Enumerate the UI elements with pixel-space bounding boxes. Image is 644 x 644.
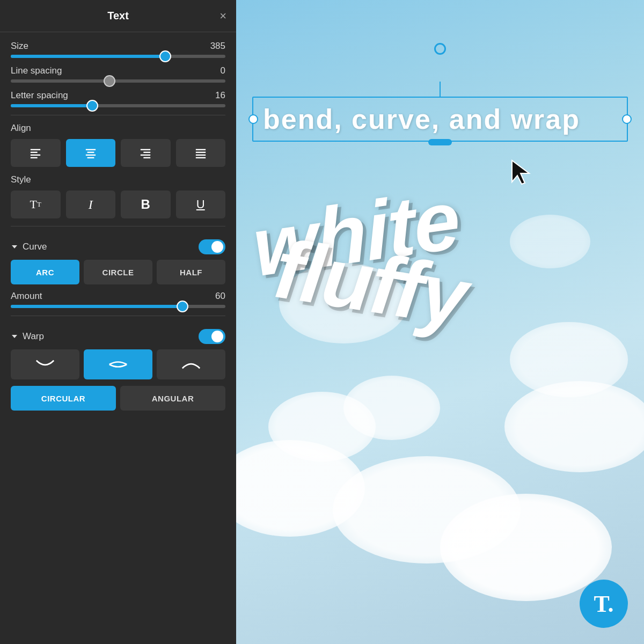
curve-arc-button[interactable]: ARC — [11, 260, 79, 284]
svg-rect-8 — [141, 149, 150, 150]
svg-marker-18 — [512, 160, 529, 184]
divider-2 — [11, 226, 225, 226]
warp-shape-mid-button[interactable] — [84, 349, 152, 379]
curve-toggle-knob — [211, 241, 223, 253]
align-left-button[interactable] — [11, 139, 61, 167]
svg-rect-7 — [87, 157, 94, 158]
warp-angular-button[interactable]: ANGULAR — [120, 386, 225, 411]
letter-spacing-fill — [11, 104, 92, 107]
amount-value: 60 — [215, 291, 225, 302]
divider-1 — [11, 115, 225, 115]
svg-rect-4 — [86, 149, 96, 150]
align-right-button[interactable] — [121, 139, 171, 167]
svg-rect-9 — [144, 152, 151, 153]
handle-right[interactable] — [622, 114, 632, 124]
curve-toggle-left[interactable]: Curve — [11, 241, 47, 252]
align-label: Align — [11, 123, 31, 134]
panel-scroll-area: Size 385 Line spacing 0 Letter spacing 1… — [0, 32, 236, 644]
svg-rect-0 — [31, 149, 40, 150]
text-box-outline[interactable]: bend, curve, and wrap — [252, 97, 628, 142]
svg-rect-10 — [141, 155, 150, 156]
svg-rect-12 — [196, 149, 206, 150]
curve-type-buttons: ARC CIRCLE HALF — [11, 260, 225, 284]
letter-spacing-slider-thumb[interactable] — [86, 100, 98, 112]
warp-shape-down-button[interactable] — [11, 349, 79, 379]
svg-rect-11 — [144, 157, 151, 158]
curve-toggle-switch[interactable] — [199, 239, 225, 254]
t-icon-label: T. — [594, 590, 613, 618]
size-slider-thumb[interactable] — [159, 50, 171, 62]
svg-rect-15 — [196, 157, 206, 158]
panel-title: Text — [107, 10, 129, 22]
t-icon-button[interactable]: T. — [580, 580, 628, 628]
style-tt-button[interactable]: TT — [11, 191, 61, 218]
svg-rect-1 — [31, 152, 38, 153]
curve-circle-button[interactable]: CIRCLE — [84, 260, 152, 284]
handle-connector-line — [440, 82, 441, 97]
svg-marker-17 — [12, 335, 17, 338]
size-value: 385 — [210, 41, 225, 52]
style-underline-button[interactable]: U — [176, 191, 226, 218]
style-button-group: TT I B U — [11, 191, 225, 218]
left-panel: Text × Size 385 Line spacing 0 — [0, 0, 236, 644]
cloud-7 — [343, 376, 440, 440]
size-section: Size 385 — [11, 41, 225, 58]
handle-bottom[interactable] — [428, 139, 452, 145]
align-center-button[interactable] — [66, 139, 116, 167]
text-box-container[interactable]: bend, curve, and wrap — [252, 70, 628, 142]
line-spacing-label: Line spacing — [11, 65, 62, 76]
amount-label: Amount — [11, 291, 42, 302]
svg-rect-5 — [87, 152, 94, 153]
handle-top-above[interactable] — [434, 43, 446, 55]
curve-section: Curve ARC CIRCLE HALF Amount 60 — [11, 234, 225, 308]
style-bold-button[interactable]: B — [121, 191, 171, 218]
line-spacing-value: 0 — [221, 65, 225, 76]
main-text-area: white fluffy — [247, 193, 644, 335]
amount-slider-fill — [11, 305, 182, 308]
cursor-pointer — [510, 158, 531, 187]
size-slider-track[interactable] — [11, 55, 225, 58]
warp-shapes-buttons — [11, 349, 225, 379]
warp-section-label: Warp — [23, 331, 44, 342]
svg-marker-16 — [12, 245, 17, 248]
warp-section: Warp CIRCULAR ANGULAR — [11, 324, 225, 411]
cloud-6 — [440, 494, 612, 601]
align-section: Align — [11, 123, 225, 167]
letter-spacing-section: Letter spacing 16 — [11, 90, 225, 107]
size-slider-fill — [11, 55, 165, 58]
curve-toggle-row: Curve — [11, 234, 225, 260]
amount-slider-track[interactable] — [11, 305, 225, 308]
canvas-area: bend, curve, and wrap white fluffy T. — [236, 0, 644, 644]
style-label: Style — [11, 174, 31, 185]
letter-spacing-label: Letter spacing — [11, 90, 68, 101]
align-justify-button[interactable] — [176, 139, 226, 167]
size-label: Size — [11, 41, 28, 52]
svg-rect-13 — [196, 152, 206, 153]
curve-half-button[interactable]: HALF — [157, 260, 225, 284]
close-button[interactable]: × — [219, 10, 226, 22]
warp-toggle-knob — [211, 331, 223, 342]
main-text-fluffy: fluffy — [272, 233, 470, 333]
letter-spacing-value: 16 — [215, 90, 225, 101]
handle-left[interactable] — [248, 114, 258, 124]
panel-header: Text × — [0, 0, 236, 32]
text-box-content: bend, curve, and wrap — [263, 104, 580, 135]
warp-shape-up-button[interactable] — [157, 349, 225, 379]
amount-slider-thumb[interactable] — [177, 301, 188, 312]
line-spacing-section: Line spacing 0 — [11, 65, 225, 83]
svg-rect-3 — [31, 157, 38, 158]
divider-3 — [11, 316, 225, 316]
curve-section-label: Curve — [23, 241, 47, 252]
line-spacing-slider-track[interactable] — [11, 79, 225, 83]
align-button-group — [11, 139, 225, 167]
warp-toggle-switch[interactable] — [199, 329, 225, 344]
warp-circular-button[interactable]: CIRCULAR — [11, 386, 116, 411]
warp-toggle-row: Warp — [11, 324, 225, 349]
svg-rect-14 — [196, 155, 206, 156]
letter-spacing-slider-track[interactable] — [11, 104, 225, 107]
svg-rect-6 — [86, 155, 96, 156]
style-italic-button[interactable]: I — [66, 191, 116, 218]
warp-toggle-left[interactable]: Warp — [11, 331, 44, 342]
svg-rect-2 — [31, 155, 40, 156]
line-spacing-slider-thumb[interactable] — [104, 75, 115, 87]
